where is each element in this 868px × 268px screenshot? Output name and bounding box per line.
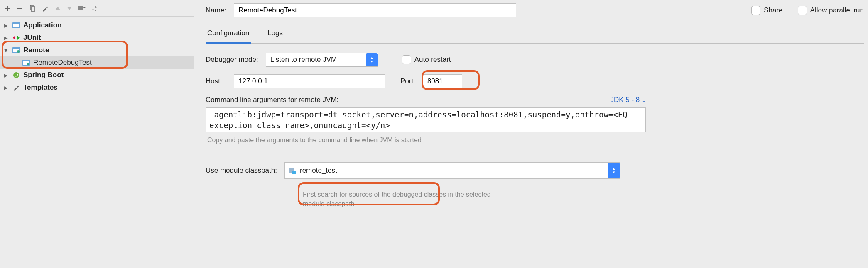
remote-child-icon	[22, 60, 31, 66]
name-row: Name: Share Allow parallel run	[206, 3, 864, 17]
parallel-checkbox[interactable]: Allow parallel run	[798, 6, 864, 15]
tree-label: Remote	[23, 46, 49, 54]
toolbar: az	[0, 0, 194, 17]
app-icon	[12, 22, 21, 28]
name-input[interactable]	[234, 3, 516, 17]
expand-arrow-icon: ▸	[4, 83, 9, 92]
configuration-form: Debugger mode: Listen to remote JVM ▲▼ A…	[206, 53, 864, 209]
collapse-arrow-icon: ▾	[4, 46, 9, 55]
tree-item-junit[interactable]: ▸ JUnit	[0, 32, 194, 44]
jdk-version-select[interactable]: JDK 5 - 8 ⌄	[610, 96, 646, 104]
cmd-hint: Copy and paste the arguments to the comm…	[207, 136, 864, 144]
dropdown-arrow-icon: ▲▼	[366, 53, 378, 66]
chevron-down-icon: ⌄	[642, 97, 646, 103]
share-checkbox[interactable]: Share	[751, 6, 782, 15]
tree-item-springboot[interactable]: ▸ Spring Boot	[0, 69, 194, 81]
tree-label: Spring Boot	[23, 71, 64, 79]
checkbox-icon	[798, 6, 807, 15]
wrench-icon[interactable]	[42, 5, 49, 12]
svg-rect-6	[13, 24, 19, 27]
move-down-icon[interactable]	[66, 6, 72, 10]
expand-arrow-icon: ▸	[4, 21, 9, 30]
save-config-icon[interactable]	[78, 5, 86, 12]
svg-point-12	[27, 63, 29, 65]
tab-configuration[interactable]: Configuration	[206, 25, 251, 44]
tree-label: Application	[23, 21, 62, 29]
tree-label: Templates	[23, 83, 58, 92]
templates-wrench-icon	[12, 84, 21, 91]
checkbox-icon	[751, 6, 760, 15]
tabs: Configuration Logs	[206, 25, 864, 44]
sidebar: az ▸ Application ▸ JUnit ▾ Remote Remote…	[0, 0, 194, 268]
debugger-mode-label: Debugger mode:	[206, 56, 258, 64]
add-icon[interactable]	[4, 5, 11, 12]
name-label: Name:	[206, 6, 226, 15]
tree-item-remote[interactable]: ▾ Remote	[0, 44, 194, 56]
module-classpath-label: Use module classpath:	[206, 166, 277, 175]
module-hint: First search for sources of the debugged…	[303, 190, 510, 209]
spring-icon	[12, 71, 21, 79]
port-input[interactable]	[423, 74, 462, 88]
host-label: Host:	[206, 77, 226, 85]
debugger-mode-value: Listen to remote JVM	[270, 56, 366, 64]
expand-arrow-icon: ▸	[4, 34, 9, 42]
tree-item-templates[interactable]: ▸ Templates	[0, 81, 194, 94]
remote-icon	[12, 47, 21, 53]
remove-icon[interactable]	[17, 5, 23, 12]
share-label: Share	[764, 6, 782, 15]
parallel-label: Allow parallel run	[810, 6, 864, 15]
host-input[interactable]	[234, 74, 385, 88]
svg-point-9	[17, 50, 20, 53]
dropdown-arrow-icon: ▲▼	[608, 163, 620, 178]
svg-point-13	[13, 72, 19, 78]
auto-restart-checkbox[interactable]: Auto restart	[402, 55, 451, 64]
cmd-args-label: Command line arguments for remote JVM:	[206, 96, 338, 104]
auto-restart-label: Auto restart	[414, 56, 451, 64]
module-value: remote_test	[300, 166, 337, 175]
tree-label: JUnit	[23, 34, 41, 42]
tree-item-remotedebugtest[interactable]: RemoteDebugTest	[0, 56, 194, 69]
svg-text:z: z	[95, 8, 96, 12]
sort-icon[interactable]: az	[91, 5, 99, 12]
debugger-mode-select[interactable]: Listen to remote JVM ▲▼	[266, 53, 378, 67]
port-label: Port:	[400, 77, 415, 85]
svg-rect-1	[31, 7, 35, 11]
expand-arrow-icon: ▸	[4, 71, 9, 80]
move-up-icon[interactable]	[55, 6, 61, 10]
module-icon	[289, 167, 297, 174]
svg-rect-2	[78, 6, 83, 10]
tree-label: RemoteDebugTest	[33, 58, 92, 67]
main-panel: Name: Share Allow parallel run Configura…	[194, 0, 868, 268]
tree-item-application[interactable]: ▸ Application	[0, 19, 194, 32]
module-classpath-select[interactable]: remote_test ▲▼	[284, 162, 620, 179]
svg-rect-15	[292, 171, 296, 174]
tab-logs[interactable]: Logs	[266, 25, 284, 43]
cmd-args-textarea[interactable]: -agentlib:jdwp=transport=dt_socket,serve…	[206, 107, 646, 132]
junit-icon	[12, 35, 21, 41]
checkbox-icon	[402, 55, 411, 64]
copy-icon[interactable]	[29, 5, 36, 12]
config-tree: ▸ Application ▸ JUnit ▾ Remote RemoteDeb…	[0, 17, 194, 268]
